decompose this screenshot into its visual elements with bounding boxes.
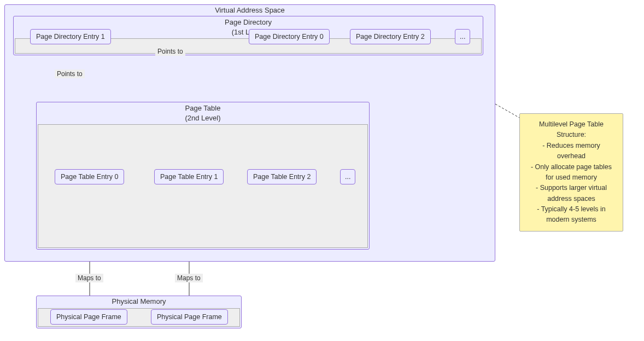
pte0-label: Page Table Entry 0 <box>61 173 118 181</box>
pde0-label: Page Directory Entry 0 <box>255 33 324 41</box>
page-table-entry-1: Page Table Entry 1 <box>154 169 224 184</box>
frame1-label: Physical Page Frame <box>157 313 222 321</box>
edge-label-pde1: Points to <box>55 70 85 78</box>
note-line-4: - Supports larger virtual <box>525 183 617 193</box>
edge-label-pte0: Maps to <box>75 274 103 282</box>
note-line-5: address spaces <box>525 194 617 204</box>
pd-title-line: Page Directory <box>225 18 272 26</box>
pt-title-line: Page Table <box>185 104 221 112</box>
physical-memory-title: Physical Memory <box>37 296 241 307</box>
note-line-2: - Only allocate page tables <box>525 162 617 172</box>
page-table-entry-2: Page Table Entry 2 <box>247 169 317 184</box>
note-subtitle: Structure: <box>525 130 617 140</box>
page-table-entry-more: ... <box>340 169 355 184</box>
page-directory-entry-2: Page Directory Entry 2 <box>350 29 431 44</box>
physical-page-frame-0: Physical Page Frame <box>50 309 127 325</box>
note-line-6: - Typically 4-5 levels in <box>525 204 617 215</box>
pt-subtitle-line: (2nd Level) <box>185 114 220 122</box>
pte1-label: Page Table Entry 1 <box>160 173 218 181</box>
note-line-0: - Reduces memory <box>525 141 617 151</box>
pte2-label: Page Table Entry 2 <box>253 173 311 181</box>
frame0-label: Physical Page Frame <box>56 313 121 321</box>
note-line-7: modern systems <box>525 215 617 225</box>
note-box: Multilevel Page Table Structure: - Reduc… <box>519 113 623 232</box>
note-line-1: overhead <box>525 151 617 161</box>
edge-label-pte1: Maps to <box>175 274 203 282</box>
pte-more-label: ... <box>345 173 350 181</box>
physical-page-frame-1: Physical Page Frame <box>151 309 228 325</box>
pde2-label: Page Directory Entry 2 <box>356 33 425 41</box>
page-table-title: Page Table (2nd Level) <box>37 102 369 124</box>
page-table-entry-0: Page Table Entry 0 <box>55 169 124 184</box>
page-table-body <box>38 124 368 248</box>
note-title: Multilevel Page Table <box>525 119 617 130</box>
page-directory-entry-0: Page Directory Entry 0 <box>249 29 330 44</box>
edge-label-pde0: Points to <box>155 47 185 56</box>
page-directory-entry-1: Page Directory Entry 1 <box>30 29 111 44</box>
pde-more-label: ... <box>460 33 465 41</box>
vas-title: Virtual Address Space <box>5 5 495 15</box>
page-directory-entry-more: ... <box>455 29 470 44</box>
note-line-3: for used memory <box>525 172 617 183</box>
pde1-label: Page Directory Entry 1 <box>36 33 105 41</box>
